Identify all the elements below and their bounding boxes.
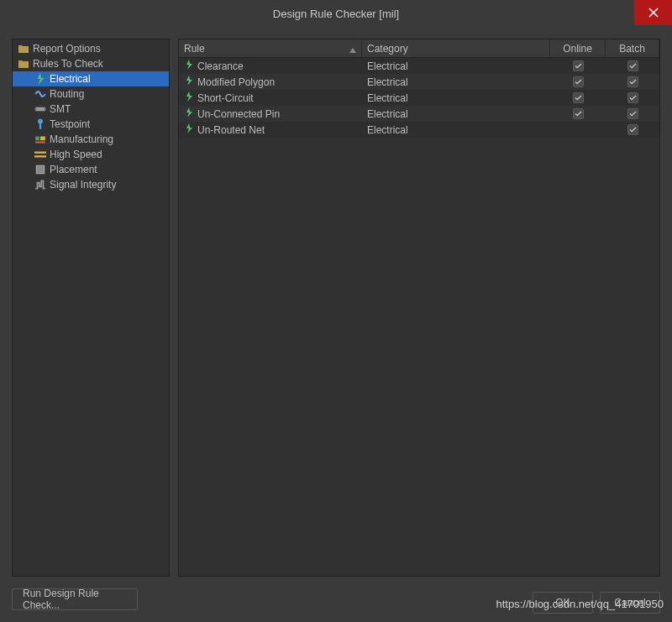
svg-rect-7 (34, 155, 46, 157)
sidebar-category-manufacturing[interactable]: Manufacturing (13, 132, 169, 147)
batch-checkbox[interactable] (627, 124, 638, 135)
category-label: Signal Integrity (50, 179, 116, 191)
online-checkbox[interactable] (573, 76, 584, 87)
close-button[interactable] (634, 0, 672, 25)
online-checkbox[interactable] (573, 92, 584, 103)
batch-checkbox[interactable] (627, 60, 638, 71)
run-drc-button[interactable]: Run Design Rule Check... (12, 588, 138, 610)
tree-rules-to-check[interactable]: Rules To Check (13, 56, 169, 71)
rule-name: Short-Circuit (197, 92, 254, 104)
rule-row[interactable]: Modified PolygonElectrical (179, 74, 659, 90)
category-icon (34, 133, 46, 145)
titlebar: Design Rule Checker [mil] (0, 0, 672, 27)
batch-checkbox[interactable] (627, 108, 638, 119)
header-category[interactable]: Category (362, 39, 550, 57)
grid-header: Rule Category Online Batch (179, 39, 659, 58)
sidebar-category-placement[interactable]: Placement (13, 162, 169, 177)
svg-rect-4 (39, 123, 41, 129)
rule-row[interactable]: Un-Connected PinElectrical (179, 106, 659, 122)
close-icon (648, 8, 659, 18)
cancel-button[interactable]: Cancel (600, 592, 660, 614)
tree-label: Report Options (33, 43, 101, 55)
sidebar-category-smt[interactable]: SMT (13, 102, 169, 117)
rule-icon (184, 107, 194, 120)
svg-rect-6 (34, 152, 46, 154)
rule-name: Clearance (197, 60, 244, 72)
svg-point-3 (38, 119, 43, 124)
sort-ascending-icon (349, 44, 356, 55)
tree-label: Rules To Check (33, 58, 103, 70)
window-title: Design Rule Checker [mil] (273, 8, 399, 20)
sidebar-category-signal-integrity[interactable]: Signal Integrity (13, 177, 169, 192)
rule-row[interactable]: Short-CircuitElectrical (179, 90, 659, 106)
header-rule[interactable]: Rule (179, 39, 362, 57)
sidebar-category-high-speed[interactable]: High Speed (13, 147, 169, 162)
rule-category: Electrical (367, 124, 408, 136)
category-icon (34, 118, 46, 130)
header-online[interactable]: Online (550, 39, 606, 57)
category-label: Routing (50, 88, 84, 100)
sidebar-category-routing[interactable]: Routing (13, 86, 169, 102)
svg-rect-5 (35, 141, 45, 143)
category-icon (34, 88, 46, 100)
category-icon (34, 103, 46, 115)
batch-checkbox[interactable] (627, 76, 638, 87)
category-label: Placement (50, 164, 97, 175)
dialog-window: { "title": "Design Rule Checker [mil]", … (0, 0, 672, 622)
content-area: Report Options Rules To Check Electrical… (0, 27, 672, 585)
category-label: SMT (50, 103, 71, 115)
rule-row[interactable]: ClearanceElectrical (179, 58, 659, 74)
online-checkbox[interactable] (573, 108, 584, 119)
rule-category: Electrical (367, 108, 408, 120)
header-batch[interactable]: Batch (606, 39, 659, 57)
online-checkbox[interactable] (573, 60, 584, 71)
category-label: Electrical (50, 73, 91, 85)
rule-icon (184, 123, 194, 136)
rule-row[interactable]: Un-Routed NetElectrical (179, 122, 659, 138)
folder-icon (18, 60, 29, 68)
grid-body: ClearanceElectricalModified PolygonElect… (179, 58, 659, 576)
rule-category: Electrical (367, 92, 408, 104)
rule-icon (184, 91, 194, 104)
folder-icon (18, 44, 29, 53)
category-icon (34, 179, 46, 191)
svg-rect-1 (34, 108, 36, 110)
ok-button[interactable]: OK (533, 592, 593, 614)
category-label: Testpoint (50, 118, 90, 130)
category-icon (34, 73, 46, 85)
rule-icon (184, 76, 194, 88)
sidebar-tree: Report Options Rules To Check Electrical… (12, 39, 170, 577)
svg-rect-0 (35, 107, 45, 112)
tree-report-options[interactable]: Report Options (13, 41, 169, 56)
sidebar-category-testpoint[interactable]: Testpoint (13, 117, 169, 132)
batch-checkbox[interactable] (627, 92, 638, 103)
svg-rect-2 (45, 108, 46, 110)
category-icon (34, 164, 46, 175)
rule-name: Un-Connected Pin (197, 108, 280, 120)
svg-rect-8 (36, 165, 44, 173)
rule-name: Un-Routed Net (197, 124, 265, 136)
footer: Run Design Rule Check... OK Cancel (0, 585, 672, 622)
category-label: Manufacturing (50, 133, 113, 145)
rule-category: Electrical (367, 60, 408, 72)
category-label: High Speed (50, 149, 102, 160)
rule-icon (184, 60, 194, 72)
rule-name: Modified Polygon (197, 76, 275, 88)
rule-category: Electrical (367, 76, 408, 88)
rules-grid: Rule Category Online Batch ClearanceElec… (178, 39, 660, 577)
sidebar-category-electrical[interactable]: Electrical (13, 71, 169, 86)
category-icon (34, 149, 46, 160)
